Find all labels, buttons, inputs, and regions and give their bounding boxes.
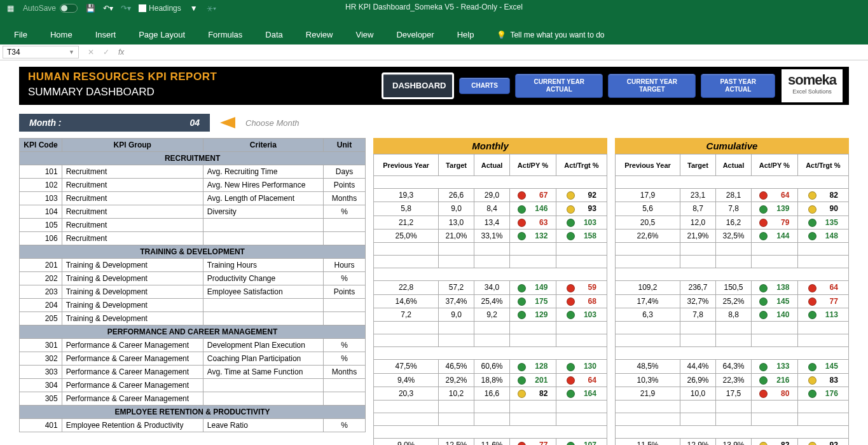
tab-file[interactable]: File: [10, 25, 31, 44]
cy-target-button[interactable]: CURRENT YEAR TARGET: [608, 74, 696, 98]
kpi-row[interactable]: 302Performance & Career ManagementCoachi…: [20, 352, 366, 366]
formula-bar: T34 ▼ ✕ ✓ fx: [0, 44, 868, 60]
kpi-row[interactable]: 105Recruitment: [20, 219, 366, 232]
kpi-row[interactable]: 201Training & DevelopmentTraining HoursH…: [20, 259, 366, 272]
fx-icon[interactable]: fx: [118, 48, 124, 57]
month-selector-row: Month : 04 Choose Month: [19, 114, 849, 132]
toggle-off-icon: [60, 4, 78, 13]
month-box[interactable]: Month : 04: [19, 114, 210, 132]
col-criteria: Criteria: [203, 139, 323, 152]
col-target: Target: [439, 154, 474, 176]
group-header: EMPLOYEE RETENTION & PRODUCTIVITY: [20, 406, 366, 419]
kpi-list-panel: KPI Code KPI Group Criteria Unit RECRUIT…: [19, 138, 366, 445]
col-actual: Actual: [474, 154, 510, 176]
tell-me[interactable]: 💡 Tell me what you want to do: [493, 25, 608, 44]
kpi-row[interactable]: 303Performance & Career ManagementAvg. T…: [20, 366, 366, 379]
col-acttrgt: Act/Trgt %: [556, 154, 607, 176]
report-title: HUMAN RESOURCES KPI REPORT: [28, 71, 366, 83]
dropdown-icon: ▼: [69, 49, 74, 55]
kpi-row[interactable]: 301Performance & Career ManagementDevelo…: [20, 339, 366, 352]
col-prev: Previous Year: [616, 154, 680, 176]
ribbon: HR KPI Dashboard_Someka V5 - Read-Only -…: [0, 0, 868, 44]
name-box[interactable]: T34 ▼: [3, 46, 79, 58]
col-unit: Unit: [323, 139, 365, 152]
redo-icon[interactable]: ↷▾: [121, 3, 131, 13]
kpi-row[interactable]: 102RecruitmentAvg. New Hires Performance…: [20, 179, 366, 192]
kpi-row[interactable]: 103RecruitmentAvg. Length of PlacementMo…: [20, 192, 366, 205]
autosave-toggle[interactable]: AutoSave: [23, 4, 78, 13]
cumulative-panel: Cumulative Previous Year Target Actual A…: [615, 138, 849, 445]
col-target: Target: [680, 154, 715, 176]
tab-review[interactable]: Review: [302, 25, 337, 44]
cy-actual-button[interactable]: CURRENT YEAR ACTUAL: [515, 74, 603, 98]
py-actual-button[interactable]: PAST YEAR ACTUAL: [701, 74, 775, 98]
save-icon[interactable]: 💾: [85, 3, 95, 13]
kpi-row[interactable]: 106Recruitment: [20, 232, 366, 245]
lightbulb-icon: 💡: [497, 31, 506, 39]
kpi-row[interactable]: 202Training & DevelopmentProductivity Ch…: [20, 272, 366, 285]
dashboard-button[interactable]: DASHBOARD: [382, 72, 454, 99]
enter-icon[interactable]: ✓: [103, 48, 109, 57]
ribbon-tabs: File Home Insert Page Layout Formulas Da…: [0, 16, 868, 44]
monthly-title: Monthly: [373, 138, 607, 154]
kpi-row[interactable]: 305Performance & Career Management: [20, 392, 366, 406]
kpi-grid: KPI Code KPI Group Criteria Unit RECRUIT…: [19, 138, 849, 445]
col-kpi-code: KPI Code: [20, 139, 62, 152]
col-actpy: Act/PY %: [751, 154, 797, 176]
undo-icon[interactable]: ↶▾: [103, 3, 113, 13]
filter-icon[interactable]: ▼: [189, 3, 199, 13]
tab-data[interactable]: Data: [261, 25, 286, 44]
col-prev: Previous Year: [374, 154, 439, 176]
report-subtitle: SUMMARY DASHBOARD: [28, 86, 366, 99]
kpi-row[interactable]: 204Training & Development: [20, 299, 366, 312]
kpi-row[interactable]: 104RecruitmentDiversity%: [20, 205, 366, 219]
tab-insert[interactable]: Insert: [92, 25, 120, 44]
cumulative-table: Previous Year Target Actual Act/PY % Act…: [615, 154, 849, 445]
kpi-row[interactable]: 401Employee Retention & ProductivityLeav…: [20, 419, 366, 432]
cumulative-title: Cumulative: [615, 138, 849, 154]
checkbox-icon: [139, 4, 146, 12]
arrow-left-icon: [220, 117, 235, 128]
headings-toggle[interactable]: Headings: [139, 4, 181, 13]
monthly-table: Previous Year Target Actual Act/PY % Act…: [373, 154, 607, 445]
kpi-row[interactable]: 205Training & Development: [20, 312, 366, 325]
monthly-panel: Monthly Previous Year Target Actual Act/…: [373, 138, 607, 445]
report-header: HUMAN RESOURCES KPI REPORT SUMMARY DASHB…: [19, 67, 849, 105]
kpi-list-table: KPI Code KPI Group Criteria Unit RECRUIT…: [19, 138, 366, 432]
someka-logo: someka Excel Solutions: [782, 69, 843, 102]
nav-buttons: DASHBOARD CHARTS CURRENT YEAR ACTUAL CUR…: [375, 67, 782, 105]
group-header: TRAINING & DEVELOPMENT: [20, 245, 366, 259]
group-header: RECRUITMENT: [20, 152, 366, 165]
sort-icon[interactable]: ⚹▾: [207, 3, 217, 13]
dashboard-sheet: HUMAN RESOURCES KPI REPORT SUMMARY DASHB…: [0, 60, 868, 445]
kpi-row[interactable]: 304Performance & Career Management: [20, 379, 366, 392]
kpi-row[interactable]: 203Training & DevelopmentEmployee Satisf…: [20, 285, 366, 299]
tab-formulas[interactable]: Formulas: [204, 25, 246, 44]
col-actual: Actual: [715, 154, 751, 176]
tab-developer[interactable]: Developer: [392, 25, 437, 44]
col-acttrgt: Act/Trgt %: [797, 154, 848, 176]
col-kpi-group: KPI Group: [62, 139, 203, 152]
charts-button[interactable]: CHARTS: [459, 78, 510, 94]
tab-help[interactable]: Help: [453, 25, 478, 44]
tab-view[interactable]: View: [352, 25, 377, 44]
col-actpy: Act/PY %: [510, 154, 556, 176]
group-header: PERFORMANCE AND CAREER MANAGEMENT: [20, 325, 366, 339]
tab-home[interactable]: Home: [46, 25, 76, 44]
kpi-row[interactable]: 101RecruitmentAvg. Recruiting TimeDays: [20, 165, 366, 179]
choose-month-hint: Choose Month: [245, 118, 300, 128]
title-bar: HR KPI Dashboard_Someka V5 - Read-Only -…: [345, 3, 523, 11]
app-icon: ▦: [5, 3, 15, 13]
tab-page-layout[interactable]: Page Layout: [135, 25, 189, 44]
cancel-icon[interactable]: ✕: [88, 48, 94, 57]
